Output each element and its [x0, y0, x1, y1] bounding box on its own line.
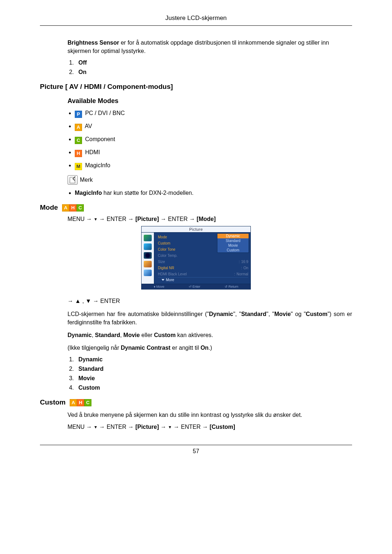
mode-opt-movie: Movie: [75, 375, 352, 382]
mode-pc: P PC / DVI / BNC: [75, 110, 352, 118]
custom-nav-path: MENU → ▼ → ENTER → [Picture] → ▼ → ENTER…: [68, 424, 352, 430]
osd-foot-move: ♦ Move: [154, 285, 164, 288]
osd-side-icon-2: [144, 243, 152, 250]
triangle-down-icon: ▼: [94, 425, 98, 429]
note-row: Merk: [68, 175, 352, 185]
osd-footer: ♦ Move ⏎ Enter ↺ Return: [142, 284, 250, 289]
osd-side-icon-3: [144, 252, 152, 259]
osd-side-icon-4: [144, 261, 152, 267]
mode-opt-custom: Custom: [75, 385, 352, 391]
note-label: Merk: [80, 177, 93, 183]
note-text: MagicInfo har kun støtte for DXN-2-model…: [75, 190, 352, 196]
osd-side-icon-5: [144, 270, 152, 276]
mode-options-list: Dynamic Standard Movie Custom: [68, 356, 352, 391]
brightness-intro-bold: Brightness Sensor: [68, 40, 119, 46]
badge-a-icon: A: [62, 204, 69, 212]
mode-magicinfo: M MagicInfo: [75, 162, 352, 170]
osd-popup: Dynamic Standard Movie Custom: [217, 233, 249, 253]
note-icon: [68, 175, 78, 185]
available-modes-title: Available Modes: [68, 97, 352, 105]
triangle-down-icon: ▼: [94, 217, 98, 221]
badge-c-icon: C: [77, 204, 84, 212]
mode-nav-path: MENU → ▼ → ENTER → [Picture] → ENTER → […: [68, 216, 352, 222]
mode-badges: A H C: [62, 204, 84, 212]
triangle-down-icon: [162, 279, 164, 281]
mode-not-available: (Ikke tilgjengelig når Dynamic Contrast …: [68, 344, 352, 352]
mode-activate-line: Dynamic, Standard, Movie eller Custom ka…: [68, 331, 352, 339]
osd-popup-custom: Custom: [217, 248, 249, 253]
badge-a-icon: A: [70, 399, 77, 406]
osd-popup-movie: Movie: [217, 243, 249, 248]
note-bullets: MagicInfo har kun støtte for DXN-2-model…: [68, 190, 352, 196]
mode-icon-h: H: [75, 150, 82, 157]
badge-h-icon: H: [69, 204, 77, 212]
brightness-intro: Brightness Sensor er for å automatisk op…: [68, 38, 352, 55]
osd-rows: Dynamic Standard Movie Custom Mode:Dynam…: [154, 233, 250, 284]
osd-side-icon-1: [144, 235, 152, 241]
mode-icon-c: C: [75, 137, 82, 144]
brightness-option-on: On: [75, 69, 352, 75]
osd-foot-enter: ⏎ Enter: [189, 285, 200, 288]
osd-screenshot: Picture Dynamic Standard Movie: [40, 226, 352, 290]
page-number: 57: [40, 445, 352, 455]
mode-hdmi: H HDMI: [75, 149, 352, 157]
osd-side-icons: [142, 233, 154, 284]
mode-description: LCD-skjermen har fire automatiske bildei…: [68, 310, 352, 327]
available-modes-list: P PC / DVI / BNC A AV C Component H HDMI…: [68, 110, 352, 170]
picture-heading: Picture [ AV / HDMI / Component-modus]: [40, 83, 352, 91]
mode-icon-a: A: [75, 124, 82, 131]
mode-icon-m: M: [75, 163, 82, 170]
osd-foot-return: ↺ Return: [225, 285, 238, 288]
brightness-option-off: Off: [75, 59, 352, 66]
mode-heading: Mode A H C: [40, 204, 352, 212]
osd-popup-standard: Standard: [217, 238, 249, 243]
badge-c-icon: C: [84, 399, 91, 406]
custom-badges: A H C: [70, 399, 91, 406]
mode-component: C Component: [75, 136, 352, 144]
osd-popup-dynamic: Dynamic: [217, 234, 249, 238]
mode-av: A AV: [75, 123, 352, 131]
osd-title: Picture: [142, 226, 250, 233]
brightness-option-list: Off On: [68, 59, 352, 75]
triangle-down-icon: ▼: [168, 425, 172, 429]
badge-h-icon: H: [77, 399, 84, 406]
header-title: Justere LCD-skjermen: [40, 15, 352, 26]
custom-heading: Custom A H C: [40, 398, 352, 406]
mode-opt-standard: Standard: [75, 366, 352, 372]
mode-opt-dynamic: Dynamic: [75, 356, 352, 363]
mode-post-nav: → ▲ , ▼ → ENTER: [68, 297, 352, 305]
mode-icon-p: P: [75, 111, 82, 118]
custom-text: Ved å bruke menyene på skjermen kan du s…: [68, 411, 352, 419]
